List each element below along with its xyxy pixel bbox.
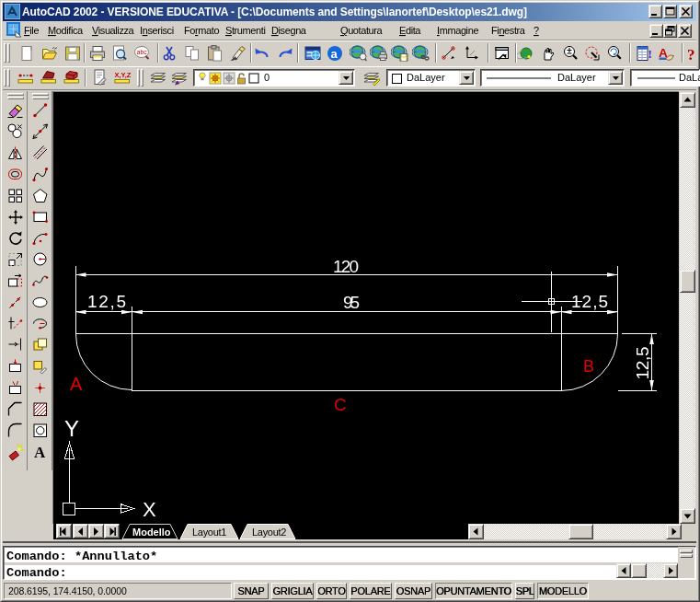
svg-text:OSNAP: OSNAP <box>396 585 430 596</box>
svg-text:MODELLO: MODELLO <box>539 585 587 596</box>
svg-text:OPUNTAMENTO: OPUNTAMENTO <box>436 585 511 596</box>
svg-text:SPL: SPL <box>516 585 534 596</box>
svg-text:Visualizza: Visualizza <box>92 25 135 36</box>
svg-text:AutoCAD 2002 - VERSIONE EDUCAT: AutoCAD 2002 - VERSIONE EDUCATIVA - [C:\… <box>22 6 527 18</box>
svg-text:Disegna: Disegna <box>271 25 307 36</box>
svg-text:File: File <box>24 25 39 36</box>
svg-text:208.6195, 174.4150, 0.0000: 208.6195, 174.4150, 0.0000 <box>8 585 127 596</box>
svg-text:Comando:: Comando: <box>6 566 67 580</box>
svg-text:Strumenti: Strumenti <box>225 25 265 36</box>
svg-text:Modifica: Modifica <box>48 25 84 36</box>
svg-text:GRIGLIA: GRIGLIA <box>273 585 313 596</box>
svg-text:DaLayer: DaLayer <box>557 72 596 83</box>
svg-text:Edita: Edita <box>399 25 421 36</box>
svg-text:POLARE: POLARE <box>351 585 391 596</box>
svg-text:SNAP: SNAP <box>238 585 265 596</box>
svg-text:ORTO: ORTO <box>317 585 346 596</box>
svg-text:Formato: Formato <box>184 25 219 36</box>
svg-text:DaLayer: DaLayer <box>407 72 445 83</box>
svg-text:Finestra: Finestra <box>491 25 526 36</box>
svg-text:DaLayer: DaLayer <box>679 72 700 83</box>
svg-text:0: 0 <box>264 72 270 83</box>
svg-text:Quotatura: Quotatura <box>340 25 384 36</box>
svg-text:Immagine: Immagine <box>437 25 478 36</box>
svg-text:Comando: *Annullato*: Comando: *Annullato* <box>6 550 157 563</box>
svg-text:?: ? <box>534 25 539 36</box>
svg-text:Inserisci: Inserisci <box>140 25 174 36</box>
